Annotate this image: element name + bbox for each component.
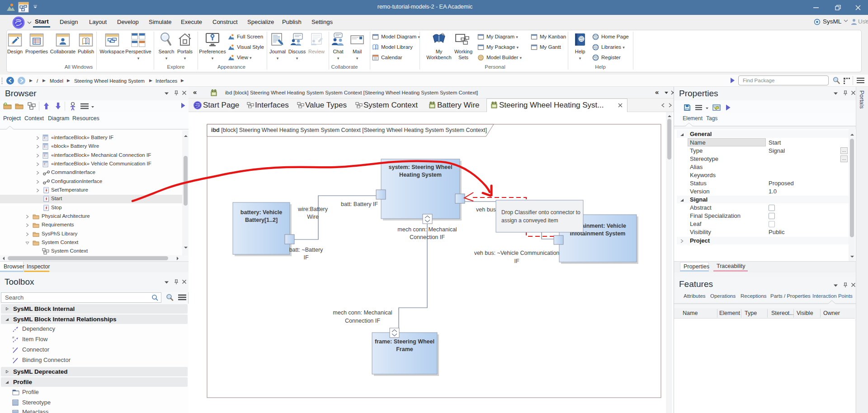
svg-text:Frame: Frame: [396, 346, 413, 352]
svg-text:system: Steering Wheel: system: Steering Wheel: [388, 164, 452, 170]
svg-text:veh bus: ~Vehicle Communicatio: veh bus: ~Vehicle Communication: [474, 250, 560, 256]
svg-text:batt: Battery IF: batt: Battery IF: [341, 201, 378, 207]
svg-text:IF: IF: [514, 258, 519, 264]
svg-text:Battery[1..2]: Battery[1..2]: [245, 217, 278, 223]
svg-text:c: c: [13, 347, 14, 349]
svg-text:mech conn: Mechanical: mech conn: Mechanical: [333, 310, 392, 316]
svg-text:Wire: Wire: [307, 214, 319, 220]
svg-text:Connection IF: Connection IF: [345, 318, 380, 324]
svg-text:c: c: [13, 357, 14, 360]
svg-text:IF: IF: [12, 336, 15, 339]
svg-text:batt: ~Battery: batt: ~Battery: [289, 247, 323, 253]
svg-text:mech conn: Mechanical: mech conn: Mechanical: [397, 226, 457, 233]
svg-text:Heating System: Heating System: [399, 172, 442, 178]
svg-text:assign a conveyed item: assign a conveyed item: [501, 217, 558, 224]
svg-text:IF: IF: [303, 254, 308, 261]
svg-text:frame: Steering Wheel: frame: Steering Wheel: [375, 338, 434, 345]
svg-text:ibd [block] Steering Wheel Hea: ibd [block] Steering Wheel Heating Syste…: [211, 127, 487, 133]
svg-text:battery: Vehicle: battery: Vehicle: [241, 209, 282, 216]
svg-text:wire:Battery: wire:Battery: [297, 206, 328, 212]
svg-text:Connection IF: Connection IF: [410, 234, 445, 240]
svg-text:Drop Classifier onto connector: Drop Classifier onto connector to: [501, 209, 580, 216]
